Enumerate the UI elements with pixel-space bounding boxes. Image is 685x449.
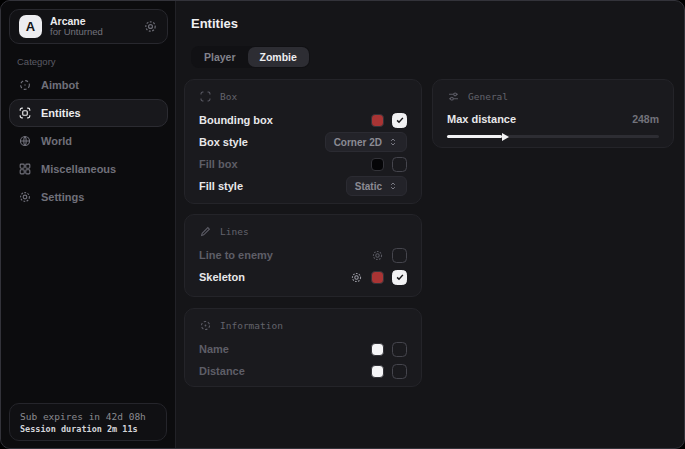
- sidebar-item-label: World: [41, 135, 72, 147]
- color-swatch[interactable]: [371, 271, 384, 284]
- sidebar-item-label: Miscellaneous: [41, 163, 116, 175]
- general-card-header: General: [447, 89, 659, 103]
- brand-card: A Arcane for Unturned: [9, 9, 168, 44]
- session-duration-text: Session duration 2m 11s: [20, 424, 156, 434]
- general-card-title: General: [468, 91, 508, 102]
- lines-card-header: Lines: [199, 224, 407, 238]
- setting-label: Fill style: [199, 180, 243, 192]
- setting-label: Distance: [199, 365, 245, 377]
- setting-row-skeleton: Skeleton: [199, 266, 407, 288]
- crosshair-icon: [18, 78, 32, 92]
- grid-icon: [18, 162, 32, 176]
- setting-row-line-to-enemy: Line to enemy: [199, 244, 407, 266]
- tab-zombie[interactable]: Zombie: [248, 47, 309, 67]
- page-title: Entities: [191, 16, 238, 31]
- sidebar-item-aimbot[interactable]: Aimbot: [9, 71, 168, 99]
- subscription-status-card: Sub expires in 42d 08h Session duration …: [9, 403, 167, 441]
- sidebar-item-label: Settings: [41, 191, 84, 203]
- box-card: Box Bounding box Box style Corner 2D: [184, 79, 422, 204]
- sidebar-item-label: Aimbot: [41, 79, 79, 91]
- checkbox[interactable]: [392, 113, 407, 128]
- information-card-title: Information: [220, 320, 283, 331]
- general-card: General Max distance 248m: [432, 79, 674, 148]
- setting-label: Fill box: [199, 158, 238, 170]
- sidebar-item-miscellaneous[interactable]: Miscellaneous: [9, 155, 168, 183]
- sidebar-item-entities[interactable]: Entities: [9, 99, 168, 127]
- setting-label: Line to enemy: [199, 249, 273, 261]
- dropdown-value: Corner 2D: [334, 137, 382, 148]
- setting-label: Name: [199, 343, 229, 355]
- setting-label: Box style: [199, 136, 248, 148]
- sub-expiry-text: Sub expires in 42d 08h: [20, 411, 156, 422]
- slider-fill: [447, 135, 502, 138]
- entity-tabs: Player Zombie: [191, 46, 310, 68]
- brand-text: Arcane for Unturned: [50, 15, 103, 38]
- sidebar-item-settings[interactable]: Settings: [9, 183, 168, 211]
- setting-label: Bounding box: [199, 114, 273, 126]
- lines-card: Lines Line to enemy Skeleton: [184, 214, 422, 297]
- arcane-window: A Arcane for Unturned Category Aimbot: [0, 0, 685, 449]
- sidebar-item-label: Entities: [41, 107, 81, 119]
- unfold-icon: [388, 137, 398, 147]
- max-distance-slider[interactable]: [447, 135, 659, 138]
- app-logo: A: [19, 15, 42, 38]
- checkbox[interactable]: [392, 157, 407, 172]
- box-card-header: Box: [199, 89, 407, 103]
- checkbox[interactable]: [392, 342, 407, 357]
- color-swatch[interactable]: [371, 343, 384, 356]
- sidebar-nav: Aimbot Entities World: [9, 71, 168, 211]
- scan-box-icon: [18, 106, 32, 120]
- gear-icon: [18, 190, 32, 204]
- color-swatch[interactable]: [371, 114, 384, 127]
- setting-row-bounding-box: Bounding box: [199, 109, 407, 131]
- setting-row-fill-style: Fill style Static: [199, 175, 407, 197]
- dropdown-value: Static: [355, 181, 382, 192]
- lines-card-title: Lines: [220, 226, 249, 237]
- globe-icon: [18, 134, 32, 148]
- setting-row-name: Name: [199, 338, 407, 360]
- checkbox[interactable]: [392, 270, 407, 285]
- sliders-icon: [447, 90, 460, 103]
- setting-row-box-style: Box style Corner 2D: [199, 131, 407, 153]
- box-style-dropdown[interactable]: Corner 2D: [325, 132, 407, 152]
- color-swatch[interactable]: [371, 158, 384, 171]
- information-card-header: Information: [199, 318, 407, 332]
- setting-row-fill-box: Fill box: [199, 153, 407, 175]
- setting-row-distance: Distance: [199, 360, 407, 382]
- unfold-icon: [388, 181, 398, 191]
- fill-style-dropdown[interactable]: Static: [346, 176, 407, 196]
- setting-label: Skeleton: [199, 271, 245, 283]
- slider-thumb[interactable]: [502, 133, 509, 141]
- information-card: Information Name Distance: [184, 308, 422, 387]
- check-icon: [395, 272, 405, 282]
- check-icon: [395, 115, 405, 125]
- app-subtitle: for Unturned: [50, 27, 103, 38]
- max-distance-value: 248m: [632, 113, 659, 125]
- setting-row-max-distance: Max distance 248m: [447, 109, 659, 129]
- gear-icon[interactable]: [143, 19, 158, 34]
- gear-icon[interactable]: [371, 249, 384, 262]
- setting-label: Max distance: [447, 113, 516, 125]
- sidebar: A Arcane for Unturned Category Aimbot: [1, 1, 176, 448]
- tab-player[interactable]: Player: [192, 47, 248, 67]
- checkbox[interactable]: [392, 364, 407, 379]
- checkbox[interactable]: [392, 248, 407, 263]
- main-panel: Entities Player Zombie Box Bounding box: [176, 1, 684, 448]
- scan-corners-icon: [199, 90, 212, 103]
- box-card-title: Box: [220, 91, 237, 102]
- gear-icon[interactable]: [350, 271, 363, 284]
- category-label: Category: [17, 56, 56, 67]
- pencil-icon: [199, 225, 212, 238]
- sidebar-item-world[interactable]: World: [9, 127, 168, 155]
- color-swatch[interactable]: [371, 365, 384, 378]
- target-icon: [199, 319, 212, 332]
